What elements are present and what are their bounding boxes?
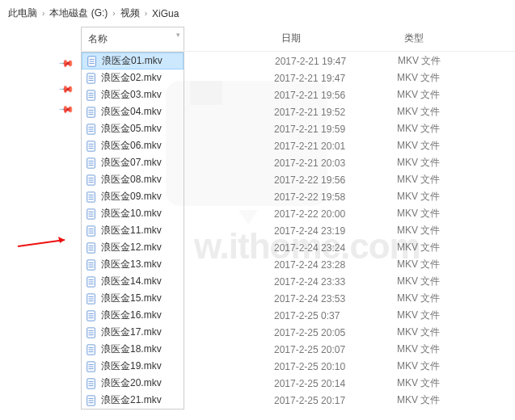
- file-icon: [85, 89, 98, 102]
- file-name: 浪医金12.mkv: [101, 241, 162, 254]
- file-type: MKV 文件: [397, 342, 440, 356]
- file-icon: [85, 72, 98, 85]
- file-icon: [85, 326, 98, 339]
- chevron-right-icon: ›: [143, 9, 149, 18]
- file-icon: [85, 208, 98, 220]
- file-date: 2017-2-25 20:05: [274, 327, 345, 338]
- file-type: MKV 文件: [397, 190, 440, 204]
- column-label: 名称: [88, 33, 108, 44]
- quick-access-gutter: 📌 📌 📌: [0, 27, 81, 410]
- file-icon: [85, 275, 98, 288]
- file-icon: [85, 140, 98, 153]
- file-date: 2017-2-25 0:37: [274, 310, 340, 321]
- file-name: 浪医金13.mkv: [101, 258, 162, 271]
- file-name: 浪医金21.mkv: [101, 393, 162, 407]
- file-date: 2017-2-21 19:59: [274, 124, 345, 135]
- file-date: 2017-2-22 20:00: [274, 208, 345, 220]
- file-name: 浪医金03.mkv: [101, 88, 162, 102]
- file-row[interactable]: 浪医金14.mkv2017-2-24 23:33MKV 文件: [82, 273, 184, 290]
- breadcrumb-item[interactable]: XiGua: [152, 8, 179, 19]
- file-date: 2017-2-21 19:52: [274, 107, 345, 118]
- file-name: 浪医金06.mkv: [101, 139, 162, 153]
- file-name: 浪医金04.mkv: [101, 105, 162, 119]
- file-icon: [85, 174, 98, 187]
- file-name: 浪医金02.mkv: [101, 71, 162, 85]
- breadcrumb-item[interactable]: 视频: [120, 6, 140, 20]
- file-icon: [85, 106, 98, 119]
- file-name: 浪医金20.mkv: [101, 376, 162, 390]
- file-date: 2017-2-21 20:03: [274, 158, 345, 169]
- file-icon: [85, 225, 98, 237]
- file-type: MKV 文件: [397, 71, 440, 85]
- file-row[interactable]: 浪医金11.mkv2017-2-24 23:19MKV 文件: [82, 222, 184, 239]
- file-name: 浪医金15.mkv: [101, 292, 162, 305]
- file-row[interactable]: 浪医金17.mkv2017-2-25 20:05MKV 文件: [82, 324, 184, 341]
- file-row[interactable]: 浪医金09.mkv2017-2-22 19:58MKV 文件: [82, 188, 184, 205]
- file-type: MKV 文件: [397, 122, 440, 136]
- file-date: 2017-2-22 19:58: [274, 191, 345, 203]
- file-type: MKV 文件: [397, 139, 440, 153]
- file-row[interactable]: 浪医金07.mkv2017-2-21 20:03MKV 文件: [82, 154, 184, 171]
- file-date: 2017-2-24 23:28: [274, 259, 345, 271]
- file-row[interactable]: 浪医金21.mkv2017-2-25 20:17MKV 文件: [82, 392, 184, 409]
- chevron-right-icon: ›: [40, 9, 46, 18]
- file-icon: [85, 258, 98, 271]
- file-icon: [85, 242, 98, 254]
- file-row[interactable]: 浪医金12.mkv2017-2-24 23:24MKV 文件: [82, 239, 184, 256]
- file-icon: [85, 123, 98, 136]
- file-row[interactable]: 浪医金10.mkv2017-2-22 20:00MKV 文件: [82, 205, 184, 222]
- file-name: 浪医金17.mkv: [101, 326, 162, 339]
- file-row[interactable]: 浪医金01.mkv2017-2-21 19:47MKV 文件: [82, 52, 184, 69]
- file-type: MKV 文件: [397, 376, 440, 390]
- file-name: 浪医金10.mkv: [101, 207, 162, 220]
- file-icon: [85, 360, 98, 373]
- breadcrumb[interactable]: 此电脑 › 本地磁盘 (G:) › 视频 › XiGua: [0, 0, 515, 27]
- file-type: MKV 文件: [397, 258, 440, 271]
- arrow-annotation-icon: [16, 237, 73, 253]
- file-name: 浪医金05.mkv: [101, 122, 162, 136]
- file-type: MKV 文件: [397, 88, 440, 102]
- file-date: 2017-2-22 19:56: [274, 174, 345, 186]
- file-icon: [86, 55, 99, 68]
- file-name: 浪医金14.mkv: [101, 275, 162, 288]
- file-name: 浪医金11.mkv: [101, 224, 162, 237]
- file-row[interactable]: 浪医金03.mkv2017-2-21 19:56MKV 文件: [82, 86, 184, 103]
- file-type: MKV 文件: [397, 207, 440, 220]
- file-date: 2017-2-24 23:53: [274, 293, 345, 304]
- file-row[interactable]: 浪医金16.mkv2017-2-25 0:37MKV 文件: [82, 307, 184, 324]
- breadcrumb-item[interactable]: 此电脑: [8, 6, 37, 20]
- file-row[interactable]: 浪医金08.mkv2017-2-22 19:56MKV 文件: [82, 171, 184, 188]
- file-date: 2017-2-24 23:24: [274, 242, 345, 254]
- file-type: MKV 文件: [397, 393, 440, 407]
- file-row[interactable]: 浪医金15.mkv2017-2-24 23:53MKV 文件: [82, 290, 184, 307]
- file-date: 2017-2-25 20:10: [274, 361, 345, 372]
- file-row[interactable]: 浪医金05.mkv2017-2-21 19:59MKV 文件: [82, 120, 184, 137]
- pin-icon: 📌: [58, 101, 75, 118]
- file-row[interactable]: 浪医金19.mkv2017-2-25 20:10MKV 文件: [82, 358, 184, 375]
- file-row[interactable]: 浪医金04.mkv2017-2-21 19:52MKV 文件: [82, 103, 184, 120]
- column-header-type[interactable]: 类型: [398, 27, 430, 50]
- file-type: MKV 文件: [397, 359, 440, 373]
- file-type: MKV 文件: [397, 224, 440, 237]
- file-name: 浪医金08.mkv: [101, 173, 162, 187]
- file-date: 2017-2-25 20:07: [274, 344, 345, 355]
- file-date: 2017-2-21 20:01: [274, 141, 345, 152]
- file-icon: [85, 394, 98, 407]
- file-date: 2017-2-21 19:47: [274, 73, 345, 84]
- file-name: 浪医金01.mkv: [102, 54, 163, 68]
- file-row[interactable]: 浪医金02.mkv2017-2-21 19:47MKV 文件: [82, 69, 184, 86]
- file-row[interactable]: 浪医金06.mkv2017-2-21 20:01MKV 文件: [82, 137, 184, 154]
- file-row[interactable]: 浪医金13.mkv2017-2-24 23:28MKV 文件: [82, 256, 184, 273]
- column-header-name[interactable]: 名称 ▾: [81, 27, 184, 51]
- column-header-date[interactable]: 日期: [275, 27, 307, 50]
- svg-line-2: [18, 240, 65, 246]
- file-row[interactable]: 浪医金18.mkv2017-2-25 20:07MKV 文件: [82, 341, 184, 358]
- chevron-right-icon: ›: [111, 9, 116, 18]
- file-name: 浪医金09.mkv: [101, 190, 162, 204]
- file-name: 浪医金18.mkv: [101, 342, 162, 356]
- file-row[interactable]: 浪医金20.mkv2017-2-25 20:14MKV 文件: [82, 375, 184, 392]
- file-icon: [85, 191, 98, 204]
- breadcrumb-item[interactable]: 本地磁盘 (G:): [49, 6, 108, 20]
- file-date: 2017-2-24 23:33: [274, 276, 345, 288]
- file-type: MKV 文件: [397, 156, 440, 170]
